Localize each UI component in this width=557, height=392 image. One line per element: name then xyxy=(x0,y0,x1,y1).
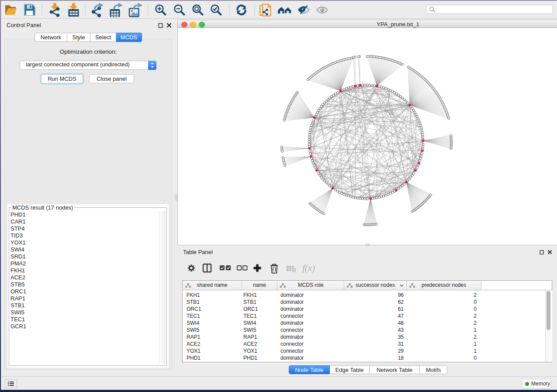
svg-text:f(x): f(x) xyxy=(302,263,315,273)
